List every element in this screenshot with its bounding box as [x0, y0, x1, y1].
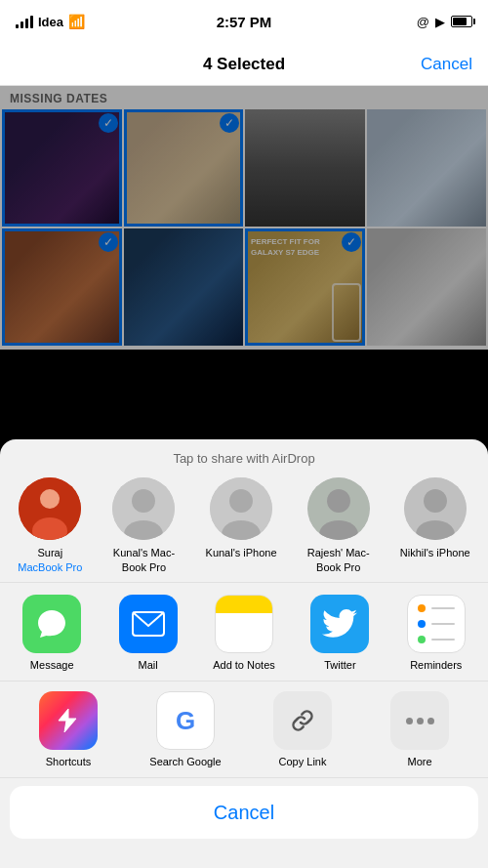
- status-right: @ ▶: [417, 15, 472, 29]
- svg-point-4: [132, 489, 155, 513]
- mail-app-label: Mail: [138, 659, 157, 671]
- app-share-section: Message Mail: [0, 583, 488, 682]
- share-cancel-button[interactable]: Cancel: [10, 786, 478, 839]
- app-share-row: Message Mail: [0, 595, 488, 671]
- airdrop-title: Tap to share with AirDrop: [0, 451, 488, 466]
- signal-bars: [16, 15, 33, 28]
- carrier-label: Idea: [38, 15, 63, 29]
- person-avatar-nikhil-iphone: [404, 477, 467, 540]
- airdrop-person-kunal-mac[interactable]: Kunal's Mac-Book Pro: [102, 477, 185, 574]
- more-action-label: More: [407, 756, 431, 767]
- person-name-kunal-iphone: Kunal's iPhone: [206, 546, 277, 559]
- svg-point-7: [229, 489, 253, 513]
- notes-app-label: Add to Notes: [213, 659, 275, 671]
- action-copy-link[interactable]: Copy Link: [264, 691, 342, 767]
- battery-icon: [451, 16, 472, 27]
- airdrop-person-rajesh-mac[interactable]: Rajesh' Mac-Book Pro: [297, 477, 380, 574]
- person-avatar-kunal-mac: [112, 477, 175, 540]
- reminders-app-label: Reminders: [410, 659, 462, 671]
- person-name-rajesh-mac: Rajesh' Mac-Book Pro: [297, 546, 380, 574]
- mail-app-icon: [119, 595, 178, 653]
- message-app-label: Message: [30, 659, 74, 671]
- airdrop-people-list: SurajMacBook Pro Kunal's Mac-Book Pro: [0, 477, 488, 574]
- action-more[interactable]: More: [381, 691, 459, 767]
- twitter-app-icon: [310, 595, 369, 653]
- nav-bar: 4 Selected Cancel: [0, 43, 488, 86]
- wifi-icon: 📶: [68, 14, 85, 29]
- status-time: 2:57 PM: [217, 14, 272, 30]
- airdrop-person-kunal-iphone[interactable]: Kunal's iPhone: [206, 477, 277, 574]
- action-section: Shortcuts G Search Google Copy Link: [0, 682, 488, 778]
- location-icon: ▶: [435, 15, 445, 29]
- share-app-reminders[interactable]: Reminders: [397, 595, 475, 671]
- share-app-message[interactable]: Message: [13, 595, 91, 671]
- share-sheet: Tap to share with AirDrop SurajMacBook P…: [0, 439, 488, 868]
- action-shortcuts[interactable]: Shortcuts: [29, 691, 107, 767]
- more-action-icon: [390, 691, 449, 750]
- share-app-notes[interactable]: Add to Notes: [205, 595, 283, 671]
- shortcuts-action-label: Shortcuts: [46, 756, 91, 767]
- copy-link-action-label: Copy Link: [279, 756, 327, 767]
- shortcuts-action-icon: [39, 691, 98, 750]
- share-app-mail[interactable]: Mail: [109, 595, 187, 671]
- person-name-nikhil-iphone: Nikhil's iPhone: [400, 546, 470, 559]
- person-avatar-rajesh-mac: [307, 477, 370, 540]
- google-action-icon: G: [156, 691, 215, 750]
- airdrop-person-suraj[interactable]: SurajMacBook Pro: [18, 477, 82, 574]
- svg-point-10: [327, 489, 350, 513]
- copy-link-action-icon: [273, 691, 332, 750]
- nav-cancel-button[interactable]: Cancel: [421, 55, 472, 74]
- person-avatar-suraj: [19, 477, 81, 540]
- status-bar: Idea 📶 2:57 PM @ ▶: [0, 0, 488, 43]
- at-icon: @: [417, 15, 429, 29]
- notes-app-icon: [215, 595, 273, 653]
- reminders-app-icon: [407, 595, 466, 653]
- svg-point-1: [40, 489, 60, 509]
- action-row: Shortcuts G Search Google Copy Link: [0, 691, 488, 767]
- person-avatar-kunal-iphone: [210, 477, 272, 540]
- svg-point-13: [424, 489, 447, 513]
- search-google-action-label: Search Google: [149, 756, 221, 767]
- nav-title: 4 Selected: [203, 55, 285, 74]
- cancel-section: Cancel: [0, 778, 488, 868]
- action-search-google[interactable]: G Search Google: [146, 691, 224, 767]
- share-app-twitter[interactable]: Twitter: [301, 595, 379, 671]
- status-left: Idea 📶: [16, 14, 85, 29]
- twitter-app-label: Twitter: [324, 659, 355, 671]
- airdrop-person-nikhil-iphone[interactable]: Nikhil's iPhone: [400, 477, 470, 574]
- person-name-kunal-mac: Kunal's Mac-Book Pro: [102, 546, 185, 574]
- airdrop-section: Tap to share with AirDrop SurajMacBook P…: [0, 439, 488, 583]
- person-name-suraj: SurajMacBook Pro: [18, 546, 82, 574]
- message-app-icon: [22, 595, 81, 653]
